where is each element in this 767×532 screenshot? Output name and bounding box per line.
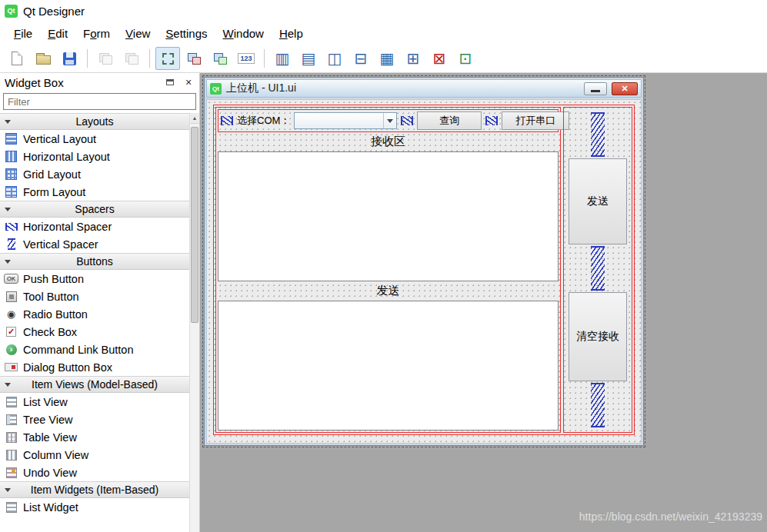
scrollbar-up-button[interactable]: ▲	[190, 113, 199, 124]
edit-tab-order-icon: 123	[238, 53, 254, 64]
chevron-down-icon	[5, 208, 11, 211]
adjust-size-button[interactable]: ⊡	[453, 47, 478, 70]
widget-item-column-view[interactable]: Column View	[0, 446, 189, 464]
table-view-icon	[6, 432, 17, 443]
layout-vertical-icon: ▤	[302, 51, 316, 66]
edit-widgets-button[interactable]	[155, 47, 180, 70]
widget-item-radio-button[interactable]: ◉Radio Button	[0, 305, 189, 323]
horizontal-spacer[interactable]	[401, 116, 413, 125]
edit-buddies-button[interactable]	[208, 47, 232, 70]
layout-splitter-horizontal-icon: ◫	[328, 51, 342, 66]
command-link-button-icon: ›	[6, 344, 17, 355]
vertical-spacer[interactable]	[591, 246, 605, 291]
column-view-icon	[6, 450, 17, 461]
layout-horizontal-button[interactable]: ▥	[270, 47, 295, 70]
app-titlebar: Qt Qt Designer	[0, 0, 767, 22]
copy-icon	[99, 53, 112, 65]
form-window-title: 上位机 - UI1.ui	[226, 81, 579, 95]
widget-item-horizontal-spacer[interactable]: Horizontal Spacer	[0, 218, 189, 235]
menu-form[interactable]: Form	[75, 24, 118, 43]
menubar: File Edit Form View Settings Window Help	[0, 22, 767, 45]
widget-item-form-layout[interactable]: Form Layout	[0, 183, 189, 201]
main-vertical-layout: 选择COM： 查询 打开串口 接收区	[215, 107, 561, 433]
edit-tab-order-button[interactable]: 123	[234, 47, 258, 70]
close-panel-button[interactable]: ✕	[182, 76, 195, 88]
layout-splitter-horizontal-button[interactable]: ◫	[322, 47, 347, 70]
open-serial-button[interactable]: 打开串口	[502, 111, 569, 130]
widget-item-horizontal-layout[interactable]: Horizontal Layout	[0, 148, 189, 165]
section-spacers[interactable]: Spacers	[0, 201, 189, 218]
menu-file[interactable]: File	[6, 24, 40, 43]
form-window[interactable]: Qt 上位机 - UI1.ui ✕ 选择COM：	[204, 77, 644, 446]
widget-item-undo-view[interactable]: Undo View	[0, 464, 189, 481]
chevron-down-icon	[5, 383, 11, 387]
section-layouts[interactable]: Layouts	[0, 113, 189, 130]
menu-settings[interactable]: Settings	[158, 24, 215, 43]
menu-help[interactable]: Help	[272, 24, 311, 43]
vertical-spacer[interactable]	[591, 383, 605, 427]
widget-item-vertical-spacer[interactable]: Vertical Spacer	[0, 235, 189, 253]
send-button[interactable]: 发送	[569, 158, 627, 244]
form-window-titlebar[interactable]: Qt 上位机 - UI1.ui ✕	[206, 79, 642, 98]
grid-layout-icon	[5, 168, 17, 180]
break-layout-button[interactable]: ⊠	[427, 47, 452, 70]
close-button[interactable]: ✕	[612, 82, 638, 95]
watermark-text: https://blog.csdn.net/weixin_42193239	[579, 510, 762, 523]
chevron-down-icon	[5, 488, 11, 492]
horizontal-spacer[interactable]	[485, 116, 498, 125]
section-buttons[interactable]: Buttons	[0, 253, 189, 270]
duplicate-button[interactable]	[119, 47, 144, 70]
section-item-widgets[interactable]: Item Widgets (Item-Based)	[0, 481, 189, 498]
filter-input[interactable]	[3, 93, 196, 110]
widget-item-dialog-button-box[interactable]: Dialog Button Box	[0, 358, 189, 376]
vertical-spacer[interactable]	[591, 112, 605, 157]
widget-item-push-button[interactable]: OKPush Button	[0, 270, 189, 288]
widget-item-tree-view[interactable]: Tree View	[0, 411, 189, 428]
widget-item-grid-layout[interactable]: Grid Layout	[0, 165, 189, 183]
widget-item-list-view[interactable]: List View	[0, 393, 189, 411]
layout-vertical-button[interactable]: ▤	[296, 47, 321, 70]
widget-item-vertical-layout[interactable]: Vertical Layout	[0, 130, 189, 148]
widget-item-command-link-button[interactable]: ›Command Link Button	[0, 341, 189, 358]
horizontal-spacer[interactable]	[221, 116, 233, 125]
layout-splitter-vertical-button[interactable]: ⊟	[348, 47, 373, 70]
tool-button-icon	[6, 291, 17, 302]
float-panel-button[interactable]	[164, 76, 176, 88]
save-form-button[interactable]	[57, 47, 82, 70]
section-item-views[interactable]: Item Views (Model-Based)	[0, 376, 189, 393]
qt-icon: Qt	[210, 83, 222, 95]
combobox-dropdown-button[interactable]	[383, 113, 396, 128]
layout-grid-button[interactable]: ▦	[375, 47, 399, 70]
side-vertical-layout: 发送 清空接收	[563, 107, 632, 433]
minimize-button[interactable]	[584, 82, 607, 95]
horizontal-spacer-icon	[5, 223, 18, 231]
widget-item-check-box[interactable]: ✓Check Box	[0, 323, 189, 341]
edit-buddies-icon	[214, 53, 227, 65]
design-area: Qt 上位机 - UI1.ui ✕ 选择COM：	[200, 73, 767, 532]
list-view-icon	[6, 397, 17, 407]
com-combobox[interactable]	[294, 112, 397, 129]
form-canvas[interactable]: 选择COM： 查询 打开串口 接收区	[206, 99, 642, 444]
menu-edit[interactable]: Edit	[40, 24, 75, 43]
open-form-button[interactable]	[31, 47, 55, 70]
qt-designer-icon: Qt	[5, 5, 18, 18]
horizontal-layout-icon	[5, 151, 17, 162]
menu-window[interactable]: Window	[215, 24, 272, 43]
receive-textedit[interactable]	[218, 151, 559, 281]
scrollbar-thumb[interactable]	[191, 127, 198, 323]
widget-item-list-widget[interactable]: List Widget	[0, 498, 189, 516]
query-button[interactable]: 查询	[417, 111, 482, 130]
layout-form-button[interactable]: ⊞	[401, 47, 425, 70]
edit-signals-slots-button[interactable]	[182, 47, 206, 70]
send-textedit[interactable]	[218, 301, 559, 431]
widget-box-header: Widget Box ✕	[0, 73, 199, 91]
menu-view[interactable]: View	[118, 24, 158, 43]
widget-item-table-view[interactable]: Table View	[0, 428, 189, 446]
copy-button[interactable]	[93, 47, 118, 70]
layout-grid-icon: ▦	[380, 51, 395, 66]
widget-item-tool-button[interactable]: Tool Button	[0, 288, 189, 305]
new-form-button[interactable]	[5, 47, 29, 70]
clear-receive-button[interactable]: 清空接收	[569, 292, 627, 381]
widget-box-scrollbar[interactable]: ▲	[189, 113, 199, 532]
widget-box-title: Widget Box	[5, 76, 158, 89]
